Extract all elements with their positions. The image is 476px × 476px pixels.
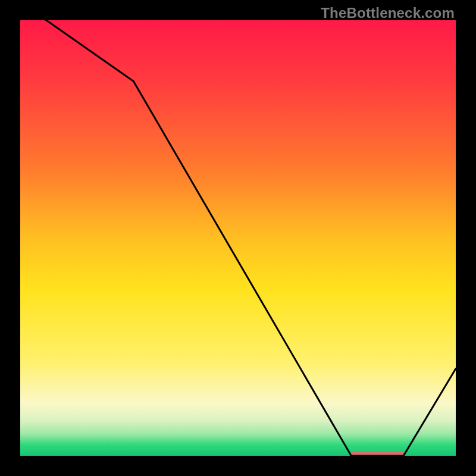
- bottleneck-chart: [20, 20, 456, 456]
- watermark-text: TheBottleneck.com: [321, 5, 455, 21]
- chart-frame: [20, 20, 456, 456]
- gradient-background: [20, 20, 456, 456]
